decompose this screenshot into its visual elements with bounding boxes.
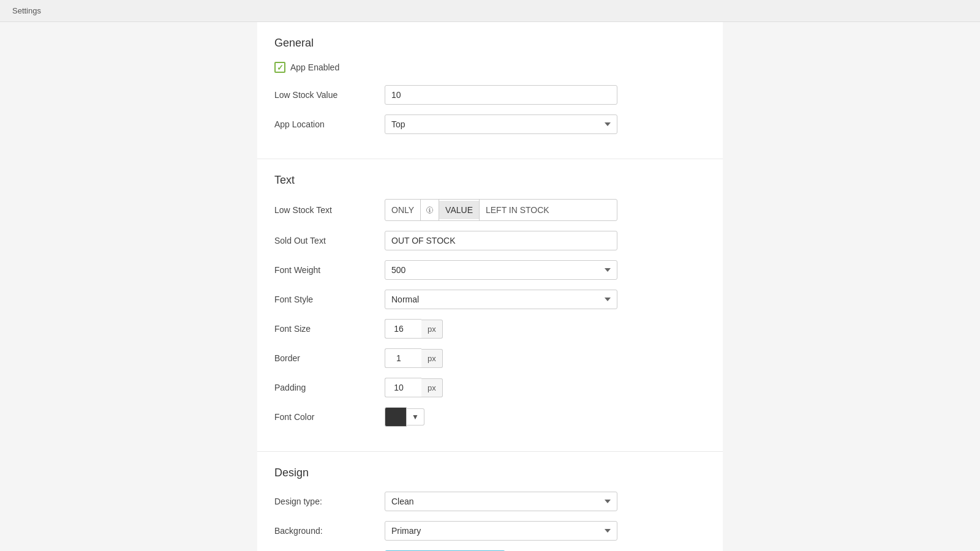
border-control: px	[385, 348, 617, 368]
border-row: Border px	[274, 348, 706, 368]
low-stock-value-input[interactable]	[385, 85, 617, 105]
text-section-title: Text	[274, 174, 706, 187]
border-unit: px	[421, 349, 443, 368]
padding-label: Padding	[274, 383, 385, 392]
font-style-control: Normal Italic Oblique	[385, 290, 617, 309]
color-swatch[interactable]	[385, 407, 407, 427]
font-style-label: Font Style	[274, 294, 385, 304]
app-enabled-row: ✓ App Enabled	[274, 62, 706, 73]
border-input[interactable]	[385, 348, 421, 368]
page-wrapper: Settings General ✓ App Enabled Low Stock…	[0, 0, 980, 551]
low-stock-value-label: Low Stock Value	[274, 90, 385, 100]
padding-group: px	[385, 378, 617, 397]
general-section-title: General	[274, 37, 706, 50]
text-section: Text Low Stock Text ONLY 🛈 VALUE LEFT IN…	[257, 159, 723, 452]
info-icon: 🛈	[421, 201, 439, 219]
font-size-unit: px	[421, 320, 443, 339]
font-style-select[interactable]: Normal Italic Oblique	[385, 290, 617, 309]
app-location-select[interactable]: Top Bottom Middle	[385, 114, 617, 134]
low-stock-text-wrapper: ONLY 🛈 VALUE LEFT IN STOCK	[385, 199, 617, 221]
lst-value[interactable]: VALUE	[439, 201, 479, 219]
border-label: Border	[274, 353, 385, 363]
font-weight-select[interactable]: 100 200 300 400 500 600 700 800 900	[385, 260, 617, 280]
sold-out-text-input[interactable]	[385, 231, 617, 250]
color-dropdown-btn[interactable]: ▼	[407, 408, 424, 425]
background-label: Background:	[274, 526, 385, 536]
low-stock-value-row: Low Stock Value	[274, 85, 706, 105]
font-size-control: px	[385, 319, 617, 339]
lst-left-in-stock: LEFT IN STOCK	[480, 201, 556, 219]
padding-row: Padding px	[274, 378, 706, 397]
design-section-title: Design	[274, 467, 706, 479]
low-stock-value-control	[385, 85, 617, 105]
sold-out-text-label: Sold Out Text	[274, 236, 385, 246]
font-color-row: Font Color ▼	[274, 407, 706, 427]
design-type-row: Design type: Clean Bold Minimal Modern	[274, 492, 706, 511]
design-type-select[interactable]: Clean Bold Minimal Modern	[385, 492, 617, 511]
background-select[interactable]: Primary Secondary Danger Warning Info Li…	[385, 521, 617, 541]
font-color-label: Font Color	[274, 412, 385, 422]
sold-out-text-control	[385, 231, 617, 250]
design-type-control: Clean Bold Minimal Modern	[385, 492, 617, 511]
design-type-label: Design type:	[274, 497, 385, 506]
general-section: General ✓ App Enabled Low Stock Value Ap…	[257, 22, 723, 159]
background-control: Primary Secondary Danger Warning Info Li…	[385, 521, 617, 541]
font-size-row: Font Size px	[274, 319, 706, 339]
lst-only: ONLY	[385, 201, 420, 219]
font-size-input[interactable]	[385, 319, 421, 339]
background-row: Background: Primary Secondary Danger War…	[274, 521, 706, 541]
low-stock-text-label: Low Stock Text	[274, 205, 385, 215]
app-location-label: App Location	[274, 119, 385, 129]
app-location-control: Top Bottom Middle	[385, 114, 617, 134]
app-location-row: App Location Top Bottom Middle	[274, 114, 706, 134]
font-color-control: ▼	[385, 407, 617, 427]
color-picker[interactable]: ▼	[385, 407, 617, 427]
app-enabled-checkbox-wrapper[interactable]: ✓ App Enabled	[274, 62, 339, 73]
low-stock-text-row: Low Stock Text ONLY 🛈 VALUE LEFT IN STOC…	[274, 199, 706, 221]
settings-title: Settings	[12, 6, 41, 15]
padding-input[interactable]	[385, 378, 421, 397]
design-section: Design Design type: Clean Bold Minimal M…	[257, 452, 723, 551]
main-content: General ✓ App Enabled Low Stock Value Ap…	[257, 22, 723, 551]
settings-header: Settings	[0, 0, 980, 22]
checkmark-icon: ✓	[277, 63, 284, 72]
sold-out-text-row: Sold Out Text	[274, 231, 706, 250]
border-group: px	[385, 348, 617, 368]
font-weight-control: 100 200 300 400 500 600 700 800 900	[385, 260, 617, 280]
font-weight-label: Font Weight	[274, 265, 385, 275]
app-enabled-checkbox[interactable]: ✓	[274, 62, 285, 73]
low-stock-text-control: ONLY 🛈 VALUE LEFT IN STOCK	[385, 199, 617, 221]
app-enabled-label: App Enabled	[290, 62, 339, 72]
font-style-row: Font Style Normal Italic Oblique	[274, 290, 706, 309]
padding-control: px	[385, 378, 617, 397]
padding-unit: px	[421, 378, 443, 397]
font-weight-row: Font Weight 100 200 300 400 500 600 700 …	[274, 260, 706, 280]
font-size-group: px	[385, 319, 617, 339]
font-size-label: Font Size	[274, 324, 385, 334]
